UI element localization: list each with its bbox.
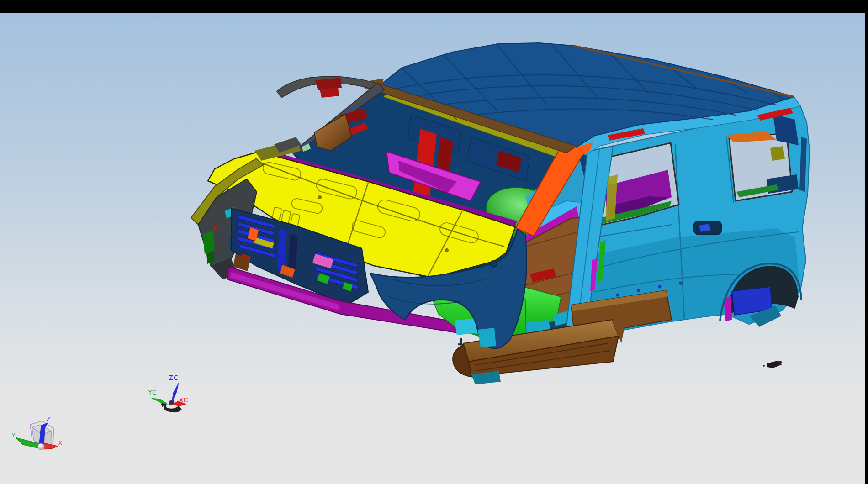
- window-top-bar: [0, 0, 868, 13]
- quarter-window-bracket: [770, 146, 785, 161]
- window-right-bar: [865, 0, 868, 484]
- wcs-x-label: XC: [179, 396, 188, 404]
- view-y-label: Y: [11, 432, 16, 439]
- wcs-z-label: ZC: [169, 374, 178, 381]
- fender-red-dot: [214, 226, 217, 230]
- fender-teal-bracket: [478, 328, 496, 347]
- application-window: ZC YC XC Z Y X: [0, 0, 868, 484]
- hood-bolt: [445, 248, 449, 252]
- wcs-y-label: YC: [148, 389, 157, 396]
- view-x-label: X: [58, 440, 63, 446]
- fender-hole: [490, 261, 497, 267]
- triad-origin-sphere[interactable]: [38, 443, 44, 450]
- fender-green-box: [203, 231, 215, 254]
- rear-door-handle[interactable]: [693, 221, 722, 235]
- view-z-label: Z: [47, 416, 51, 422]
- cad-canvas[interactable]: ZC YC XC Z Y X: [0, 0, 868, 484]
- hood-bolt: [318, 195, 322, 199]
- rod-post: [460, 338, 462, 344]
